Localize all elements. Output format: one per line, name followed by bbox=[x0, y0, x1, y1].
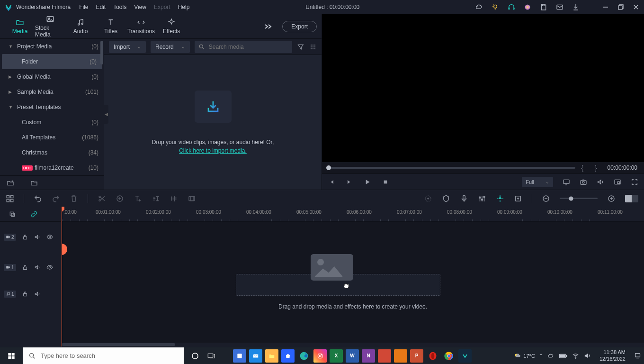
track-head-video-1[interactable]: 1 bbox=[0, 258, 61, 277]
media-drop-area[interactable]: Drop your video clips, images, or audio … bbox=[104, 55, 322, 190]
fullscreen-icon[interactable] bbox=[631, 178, 638, 186]
notifications-tray-icon[interactable] bbox=[634, 352, 641, 359]
battery-tray-icon[interactable] bbox=[559, 353, 567, 359]
wifi-tray-icon[interactable] bbox=[572, 352, 579, 359]
mixer-icon[interactable] bbox=[478, 194, 486, 203]
import-media-link[interactable]: Click here to import media. bbox=[179, 147, 247, 154]
volume-icon[interactable] bbox=[597, 178, 604, 186]
tree-project-media[interactable]: ▼Project Media(0) bbox=[0, 39, 104, 54]
grid-view-icon[interactable] bbox=[309, 43, 317, 51]
menu-view[interactable]: View bbox=[134, 4, 146, 10]
tree-filmora12create[interactable]: HOTfilmora12create(10) bbox=[0, 160, 104, 175]
redo-icon[interactable] bbox=[52, 194, 60, 203]
weather-widget[interactable]: 17°C bbox=[513, 352, 535, 360]
taskbar-clock[interactable]: 11:38 AM 12/16/2022 bbox=[596, 349, 629, 362]
lightbulb-icon[interactable] bbox=[492, 3, 499, 11]
chrome-icon[interactable] bbox=[442, 349, 456, 363]
tree-folder[interactable]: Folder(0) bbox=[2, 54, 102, 69]
track-head-video-2[interactable]: 2 bbox=[0, 228, 61, 246]
pip-icon[interactable] bbox=[614, 178, 621, 186]
visibility-icon[interactable] bbox=[46, 234, 53, 240]
duplicate-track-icon[interactable] bbox=[9, 210, 16, 218]
link-tracks-icon[interactable] bbox=[30, 210, 38, 218]
stop-icon[interactable] bbox=[382, 178, 389, 186]
preview-quality-dropdown[interactable]: Full⌄ bbox=[522, 177, 553, 187]
app-icon[interactable] bbox=[378, 349, 391, 363]
taskbar-search[interactable]: Type here to search bbox=[23, 347, 184, 364]
track-head-audio-1[interactable]: 1 bbox=[0, 284, 61, 303]
app-icon[interactable] bbox=[394, 349, 407, 363]
marker-icon[interactable] bbox=[442, 194, 450, 203]
tab-audio[interactable]: Audio bbox=[65, 18, 96, 35]
opera-icon[interactable] bbox=[426, 349, 439, 363]
split-icon[interactable] bbox=[98, 194, 106, 203]
timeline-h-scrollbar[interactable] bbox=[62, 343, 644, 346]
cloud-icon[interactable] bbox=[475, 3, 483, 11]
tab-transitions[interactable]: Transitions bbox=[126, 18, 156, 35]
lock-icon[interactable] bbox=[22, 234, 28, 240]
menu-tools[interactable]: Tools bbox=[113, 4, 126, 10]
next-frame-icon[interactable] bbox=[346, 178, 353, 186]
store-icon[interactable] bbox=[281, 349, 295, 363]
zoom-in-icon[interactable] bbox=[607, 194, 616, 203]
new-folder-plus-icon[interactable] bbox=[7, 179, 14, 187]
app-icon[interactable] bbox=[233, 349, 246, 363]
voiceover-icon[interactable] bbox=[460, 194, 468, 203]
onedrive-tray-icon[interactable] bbox=[547, 352, 554, 359]
filmora-taskbar-icon[interactable] bbox=[458, 349, 472, 363]
tree-scrollbar[interactable] bbox=[100, 41, 103, 64]
tab-media[interactable]: Media bbox=[5, 18, 35, 35]
markers-braces[interactable]: { } bbox=[581, 164, 601, 172]
save-icon[interactable] bbox=[540, 3, 547, 11]
filter-icon[interactable] bbox=[297, 43, 304, 51]
timeline-view-toggle[interactable] bbox=[625, 195, 638, 202]
menu-edit[interactable]: Edit bbox=[96, 4, 106, 10]
snap-icon[interactable] bbox=[496, 194, 504, 203]
volume-tray-icon[interactable] bbox=[584, 352, 591, 359]
folder-icon[interactable] bbox=[30, 179, 38, 187]
lock-icon[interactable] bbox=[22, 291, 28, 297]
preview-progress-bar[interactable] bbox=[329, 167, 575, 169]
start-button[interactable] bbox=[0, 347, 23, 364]
menu-help[interactable]: Help bbox=[178, 4, 190, 10]
visibility-icon[interactable] bbox=[46, 264, 53, 271]
lock-icon[interactable] bbox=[22, 264, 28, 271]
preview-viewport[interactable] bbox=[322, 14, 644, 162]
mute-icon[interactable] bbox=[34, 291, 41, 297]
record-target-icon[interactable] bbox=[424, 194, 432, 203]
explorer-icon[interactable] bbox=[265, 349, 278, 363]
minimize-button[interactable] bbox=[602, 4, 609, 10]
mute-icon[interactable] bbox=[34, 264, 41, 271]
tray-chevron-icon[interactable]: ˄ bbox=[540, 353, 542, 358]
playhead[interactable] bbox=[62, 207, 62, 346]
snapshot-icon[interactable] bbox=[580, 178, 587, 186]
message-icon[interactable] bbox=[556, 3, 564, 11]
menu-file[interactable]: File bbox=[79, 4, 88, 10]
taskview-icon[interactable] bbox=[205, 349, 218, 363]
import-dropdown[interactable]: Import⌄ bbox=[109, 41, 146, 53]
mail-app-icon[interactable] bbox=[249, 349, 262, 363]
cortana-icon[interactable] bbox=[188, 349, 202, 363]
crop-icon[interactable] bbox=[116, 194, 124, 203]
tab-effects[interactable]: Effects bbox=[156, 18, 187, 35]
maximize-button[interactable] bbox=[617, 4, 624, 10]
powerpoint-icon[interactable]: P bbox=[410, 349, 423, 363]
timeline-ruler[interactable]: :00:00 00:01:00:0000:02:00:0000:03:00:00… bbox=[62, 207, 644, 222]
download-icon[interactable] bbox=[572, 3, 580, 11]
tree-christmas[interactable]: Christmas(34) bbox=[0, 145, 104, 160]
delete-icon[interactable] bbox=[70, 194, 78, 203]
zoom-slider[interactable] bbox=[560, 198, 598, 199]
excel-icon[interactable]: X bbox=[330, 349, 343, 363]
text-add-icon[interactable] bbox=[134, 194, 142, 203]
tree-global-media[interactable]: ▶Global Media(0) bbox=[0, 69, 104, 84]
close-button[interactable] bbox=[633, 4, 639, 10]
search-media-input[interactable] bbox=[209, 44, 288, 50]
track-area[interactable]: :00:00 00:01:00:0000:02:00:0000:03:00:00… bbox=[62, 207, 644, 346]
color-icon[interactable] bbox=[170, 194, 178, 203]
profile-icon[interactable] bbox=[524, 3, 531, 11]
tab-titles[interactable]: Titles bbox=[96, 18, 126, 35]
onenote-icon[interactable]: N bbox=[362, 349, 375, 363]
speed-icon[interactable] bbox=[152, 194, 160, 203]
mute-icon[interactable] bbox=[34, 234, 41, 240]
play-icon[interactable] bbox=[364, 178, 371, 186]
